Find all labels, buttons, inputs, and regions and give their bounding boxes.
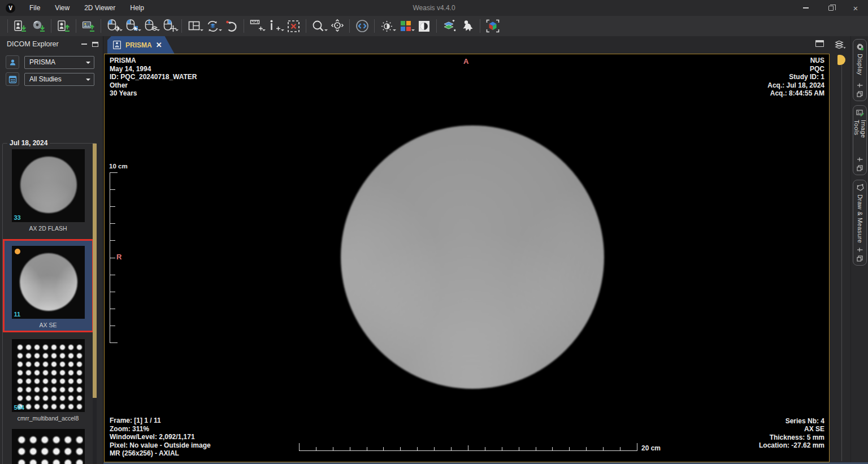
float-window-icon[interactable] [857,165,863,171]
mouse-left-window-level-button[interactable] [104,18,123,34]
dropdown-caret-icon [175,29,179,33]
panel-maximize-icon[interactable] [92,42,98,47]
import-cd-icon [32,19,46,33]
synchronize-button[interactable] [203,18,222,34]
toolbar-separator [181,19,182,33]
volume-rendering-button[interactable] [458,18,477,34]
dot-grid-preview [14,432,83,464]
toolbar-separator [480,19,480,33]
tab-prisma[interactable]: PRISMA ✕ [107,36,175,54]
patient-row: PRISMA [0,52,103,69]
delete-measurements-icon [287,19,301,33]
horizontal-ruler-label: 20 cm [641,444,661,452]
magnifier-pan-icon [330,19,345,33]
patient-select[interactable]: PRISMA [24,56,94,69]
series-thumbnail-partial[interactable] [12,429,85,464]
3d-cube-button[interactable] [483,18,502,34]
tab-image-tools-label: Image Tools [853,120,867,154]
mpr-button[interactable] [440,18,458,34]
toolbar-separator [349,19,350,33]
float-window-icon[interactable] [857,91,863,97]
study-select[interactable]: All Studies [24,73,94,86]
series-label: cmrr_multiband_accel8 [18,415,79,422]
layout-icon [188,19,201,33]
right-tool-rail: Display Image Tools [850,36,868,464]
reset-icon [224,19,238,33]
frame-scrollbar-thumb[interactable] [837,55,845,65]
minimize-button[interactable] [793,0,818,16]
invert-lut-button[interactable] [415,18,433,34]
detach-window-icon[interactable] [815,40,824,47]
menu-help[interactable]: Help [124,1,150,15]
float-window-icon[interactable] [857,255,863,262]
pin-icon[interactable] [857,157,863,162]
window-level-button[interactable] [377,18,396,34]
panel-minimize-icon[interactable] [81,44,87,45]
draw-measure-icon [856,184,864,192]
pin-icon[interactable] [857,247,863,253]
tab-display[interactable]: Display [853,39,867,101]
vertical-ruler-label: 10 cm [109,163,128,170]
menu-view[interactable]: View [49,1,76,15]
series-layers-button[interactable] [831,37,849,52]
import-cd-button[interactable] [29,18,48,34]
series-thumbnail-cmrr-multiband[interactable]: 504 cmrr_multiband_accel8 [12,339,85,422]
close-button[interactable]: × [843,0,868,16]
phantom-sphere-preview [20,253,77,311]
export-dicom-button[interactable] [54,18,73,34]
export-dicom-icon [57,19,71,33]
mouse-right-pan-button[interactable] [160,18,179,34]
frame-scrollbar-track[interactable] [841,55,842,461]
mouse-left-context-menu-button[interactable] [123,18,141,34]
horizontal-ruler [299,443,638,451]
toolbar-separator [374,19,375,33]
synchronize-icon [206,19,220,33]
mri-water-phantom-image [341,125,604,389]
restore-button[interactable] [818,0,843,16]
layout-button[interactable] [185,18,203,34]
flip-button[interactable] [353,18,371,34]
3d-cube-icon [485,19,500,33]
patient-icon [6,55,19,69]
study-row: All Studies [0,69,103,86]
overlay-frame-info: Frame: [1] 1 / 11 Zoom: 311% Window/Leve… [110,417,211,458]
overlay-study-info: NUS PQC Study ID: 1 Acq.: Jul 18, 2024 A… [767,57,824,98]
thumbnail-image: 33 [12,149,85,222]
menu-file[interactable]: File [23,1,46,15]
chevron-down-icon [86,62,90,66]
export-image-button[interactable] [79,18,98,34]
toolbar-separator [436,19,437,33]
measurement-tools-button[interactable] [247,18,266,34]
zoom-icon [311,19,326,33]
orientation-marker-anterior: A [463,57,468,66]
instance-count: 33 [14,214,21,221]
zoom-button[interactable] [309,18,328,34]
tab-image-tools[interactable]: Image Tools [853,105,867,175]
menu-2d-viewer[interactable]: 2D Viewer [78,1,121,15]
series-thumbnail-ax-2d-flash[interactable]: 33 AX 2D FLASH [12,149,85,232]
magnifier-pan-button[interactable] [328,18,346,34]
lut-button[interactable] [396,18,415,34]
overlay-patient-info: PRISMA May 14, 1994 ID: PQC_20240718_WAT… [110,57,197,98]
main-toolbar [0,16,868,36]
toolbar-separator [7,19,8,33]
frame-scroll-column [830,36,850,462]
study-date-group: Jul 18, 2024 33 AX 2D FLASH 11 AX SE [2,143,97,464]
pin-icon[interactable] [857,83,863,88]
tab-draw-measure[interactable]: Draw & Measure [853,180,867,266]
sidebar-scrollbar-thumb[interactable] [93,144,97,398]
tab-close-icon[interactable]: ✕ [156,41,162,49]
flip-icon [355,19,370,33]
instance-count: 504 [14,404,24,411]
tab-draw-measure-label: Draw & Measure [857,194,863,244]
study-date-label: Jul 18, 2024 [7,139,50,147]
import-dicom-button[interactable] [11,18,29,34]
annotation-tools-button[interactable] [266,18,284,34]
delete-measurements-button[interactable] [284,18,303,34]
mouse-middle-series-scroll-button[interactable] [141,18,160,34]
reset-button[interactable] [222,18,241,34]
menu-bar: File View 2D Viewer Help [23,1,150,15]
mouse-left-window-level-icon [106,19,121,33]
series-thumbnail-ax-se-selected[interactable]: 11 AX SE [3,239,94,332]
image-viewport[interactable]: PRISMA May 14, 1994 ID: PQC_20240718_WAT… [104,54,830,462]
